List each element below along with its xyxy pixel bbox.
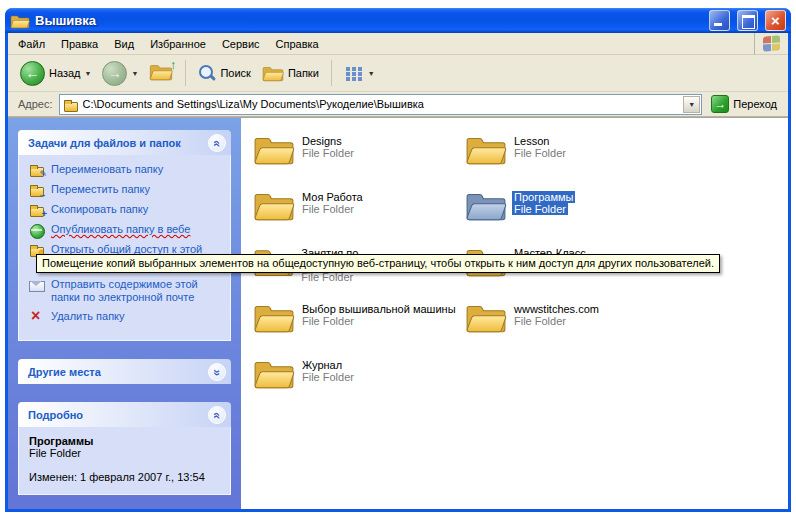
toolbar-separator [185,60,186,86]
task-rename-folder[interactable]: ✎ Переименовать папку [29,163,225,177]
search-label: Поиск [220,67,250,79]
folder-icon [253,300,295,334]
delete-icon [29,310,45,324]
menu-file[interactable]: Файл [10,35,53,53]
folder-item[interactable]: Моя РаботаFile Folder [253,188,365,244]
other-places-header[interactable]: Другие места » [18,359,231,384]
folders-icon [262,64,284,82]
back-label: Назад [49,67,81,79]
task-publish-folder-web[interactable]: Опубликовать папку в вебе [29,223,225,237]
back-dropdown-icon[interactable]: ▼ [85,70,92,77]
toolbar: ← Назад ▼ → ▼ ↑ Поиск [8,55,788,92]
folder-name: wwwstitches.com [512,303,601,315]
maximize-button[interactable] [737,10,758,31]
folder-name: Моя Работа [300,191,365,203]
file-list-area[interactable]: DesignsFile Folder LessonFile Folder Моя… [241,118,788,509]
menu-favorites[interactable]: Избранное [142,35,214,53]
details-item-type: File Folder [29,447,225,459]
folder-icon [465,132,507,166]
go-button[interactable]: → Переход [708,94,780,114]
close-button[interactable] [765,10,786,31]
file-folder-tasks-box: Задачи для файлов и папок « ✎ Переименов… [18,130,231,341]
folder-icon [465,300,507,334]
address-folder-icon [63,98,79,111]
menu-help[interactable]: Справка [268,35,327,53]
folder-type: File Folder [300,147,356,159]
views-icon [346,67,350,71]
collapse-chevron-icon[interactable]: « [208,134,226,152]
task-label: Переместить папку [51,183,150,196]
rename-folder-icon: ✎ [29,163,45,177]
titlebar[interactable]: Вышивка [5,8,791,33]
folder-type: File Folder [512,147,568,159]
folders-label: Папки [288,67,319,79]
folder-name: Выбор вышивальной машины [300,303,458,315]
up-folder-icon: ↑ [149,62,173,84]
task-label: Отправить содержимое этой папки по элект… [51,278,225,304]
folder-type: File Folder [512,203,568,215]
folder-name: Designs [300,135,344,147]
window-title: Вышивка [35,13,702,28]
folder-item[interactable]: DesignsFile Folder [253,132,356,188]
folder-item-selected[interactable]: ПрограммыFile Folder [465,188,575,244]
views-dropdown-icon[interactable]: ▼ [368,70,375,77]
address-combo[interactable]: C:\Documents and Settings\Liza\My Docume… [59,94,703,115]
copy-folder-icon: + [29,203,45,217]
back-button[interactable]: ← Назад ▼ [16,58,95,89]
folder-type: File Folder [300,371,356,383]
collapse-chevron-icon[interactable]: « [208,406,226,424]
forward-dropdown-icon[interactable]: ▼ [131,70,138,77]
explorer-window: Вышивка Файл Правка Вид Избранное Сервис… [5,8,791,512]
task-label: Опубликовать папку в вебе [51,223,190,236]
toolbar-separator [331,60,332,86]
forward-arrow-icon: → [102,61,127,86]
content-area: Задачи для файлов и папок « ✎ Переименов… [8,117,788,509]
menu-edit[interactable]: Правка [53,35,106,53]
minimize-button[interactable] [709,10,730,31]
details-item-modified: Изменен: 1 февраля 2007 г., 13:54 [29,471,225,484]
task-email-folder[interactable]: Отправить содержимое этой папки по элект… [29,278,225,304]
folders-button[interactable]: Папки [258,61,323,85]
tasks-box-title: Задачи для файлов и папок [28,137,181,149]
details-header[interactable]: Подробно « [18,402,231,427]
folder-item[interactable]: LessonFile Folder [465,132,568,188]
details-item-name: Программы [29,435,225,447]
search-button[interactable]: Поиск [194,61,254,85]
folder-item[interactable]: ЖурналFile Folder [253,356,356,412]
folder-name: Lesson [512,135,551,147]
menubar: Файл Правка Вид Избранное Сервис Справка [8,33,788,55]
task-pane-sidebar: Задачи для файлов и папок « ✎ Переименов… [8,118,241,509]
folder-type: File Folder [300,315,356,327]
window-folder-icon [10,13,30,29]
folder-type: File Folder [512,315,568,327]
folder-item[interactable]: Выбор вышивальной машиныFile Folder [253,300,458,356]
other-places-box: Другие места » [18,359,231,384]
folder-name: Программы [512,191,575,203]
folder-name: Журнал [300,359,344,371]
task-copy-folder[interactable]: + Скопировать папку [29,203,225,217]
details-box: Подробно « Программы File Folder Изменен… [18,402,231,495]
tasks-box-header[interactable]: Задачи для файлов и папок « [18,130,231,155]
addressbar: Адрес: C:\Documents and Settings\Liza\My… [8,92,788,117]
folder-icon [253,188,295,222]
tooltip: Помещение копий выбранных элементов на о… [36,254,720,273]
task-delete-folder[interactable]: Удалить папку [29,310,225,324]
folder-icon [253,356,295,390]
search-icon [198,64,216,82]
details-body: Программы File Folder Изменен: 1 февраля… [18,427,231,495]
folder-type: File Folder [300,203,356,215]
task-label: Скопировать папку [51,203,148,216]
folder-icon [253,132,295,166]
go-label: Переход [733,98,777,110]
back-arrow-icon: ← [20,61,45,86]
task-move-folder[interactable]: → Переместить папку [29,183,225,197]
forward-button[interactable]: → ▼ [98,58,142,89]
menu-tools[interactable]: Сервис [214,35,268,53]
expand-chevron-icon[interactable]: » [208,363,226,381]
address-path[interactable]: C:\Documents and Settings\Liza\My Docume… [83,98,680,110]
address-dropdown-button[interactable]: ▼ [683,96,700,113]
folder-item[interactable]: wwwstitches.comFile Folder [465,300,601,356]
up-button[interactable]: ↑ [145,59,177,87]
menu-view[interactable]: Вид [106,35,142,53]
views-button[interactable]: ▼ [340,62,379,84]
